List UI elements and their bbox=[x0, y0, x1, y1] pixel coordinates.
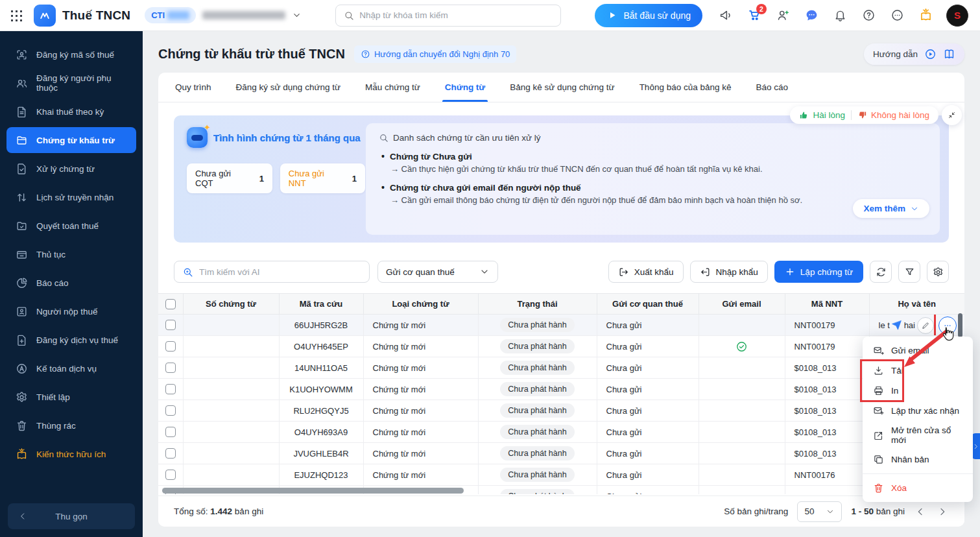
sidebar-collapse-button[interactable]: Thu gọn bbox=[8, 503, 135, 529]
table-row[interactable]: 66UJH5RG2BChứng từ mớiChưa phát hànhChưa… bbox=[158, 315, 964, 336]
page-range: 1 - 50 bản ghi bbox=[851, 507, 905, 516]
refresh-button[interactable] bbox=[870, 261, 892, 283]
sidebar-item-label: Thùng rác bbox=[36, 421, 76, 431]
edit-row-button[interactable] bbox=[917, 317, 934, 334]
app-grid-icon[interactable] bbox=[10, 10, 22, 21]
row-checkbox[interactable] bbox=[165, 470, 176, 480]
company-badge: CTI bbox=[145, 7, 196, 23]
export-button[interactable]: Xuất khẩu bbox=[608, 261, 684, 283]
table-row[interactable]: O4UYH645EPChứng từ mớiChưa phát hànhChưa… bbox=[158, 336, 964, 357]
sidebar-item[interactable]: Đăng ký người phụ thuộc bbox=[0, 69, 143, 97]
sidebar-item[interactable]: Quyết toán thuế bbox=[0, 211, 143, 240]
tab[interactable]: Mẫu chứng từ bbox=[365, 73, 420, 102]
menu-item-external[interactable]: Mở trên cửa sổ mới bbox=[863, 421, 973, 449]
row-checkbox[interactable] bbox=[165, 427, 176, 437]
sidebar-item[interactable]: Thiết lập bbox=[0, 383, 143, 411]
menu-item-mailSend[interactable]: Gửi email bbox=[863, 340, 973, 361]
ai-search-input[interactable] bbox=[199, 267, 361, 277]
prev-page-button[interactable] bbox=[914, 505, 927, 518]
help-icon[interactable] bbox=[855, 3, 881, 29]
send-icon[interactable] bbox=[891, 320, 902, 331]
table-row[interactable]: 14UNH11OA5Chứng từ mớiChưa phát hànhChưa… bbox=[158, 357, 964, 379]
printer-icon bbox=[873, 385, 884, 396]
ai-search-box[interactable] bbox=[174, 261, 370, 283]
sidebar-item[interactable]: Người nộp thuế bbox=[0, 297, 143, 326]
menu-item-dup[interactable]: Nhân bản bbox=[863, 449, 973, 470]
cart-icon[interactable]: 2 bbox=[741, 3, 767, 29]
sidebar-item[interactable]: Khai thuế theo kỳ bbox=[0, 97, 143, 126]
main-content: Chứng từ khấu trừ thuế TNCN Hướng dẫn ch… bbox=[143, 31, 980, 537]
row-checkbox[interactable] bbox=[165, 384, 176, 394]
user-avatar[interactable]: S bbox=[946, 5, 968, 27]
start-using-button[interactable]: Bắt đầu sử dụng bbox=[595, 4, 702, 27]
row-more-button[interactable] bbox=[938, 316, 957, 335]
not-satisfied-button[interactable]: Không hài lòng bbox=[857, 110, 929, 120]
table-settings-button[interactable] bbox=[927, 261, 949, 283]
sidebar-item[interactable]: Kế toán dịch vụ bbox=[0, 354, 143, 383]
decree-guide-link[interactable]: Hướng dẫn chuyển đổi Nghị định 70 bbox=[354, 45, 516, 63]
export-icon bbox=[618, 267, 629, 278]
more-options-icon[interactable] bbox=[884, 3, 910, 29]
tab[interactable]: Bảng kê sử dụng chứng từ bbox=[510, 73, 614, 102]
chat-icon[interactable] bbox=[798, 3, 824, 29]
tab[interactable]: Đăng ký sử dụng chứng từ bbox=[236, 73, 341, 102]
add-user-icon[interactable] bbox=[770, 3, 796, 29]
send-tax-authority-dropdown[interactable]: Gửi cơ quan thuế bbox=[377, 261, 498, 283]
sidebar-item[interactable]: Thùng rác bbox=[0, 411, 143, 440]
see-more-button[interactable]: Xem thêm bbox=[853, 199, 929, 218]
next-page-button[interactable] bbox=[936, 505, 949, 518]
per-page-select[interactable]: 50 bbox=[797, 501, 842, 522]
sidebar-item[interactable]: Thủ tục bbox=[0, 240, 143, 268]
cell-gui-email bbox=[699, 422, 785, 443]
content-card: Quy trìnhĐăng ký sử dụng chứng từMẫu chứ… bbox=[158, 73, 964, 527]
announcement-icon[interactable] bbox=[713, 3, 739, 29]
row-checkbox[interactable] bbox=[165, 341, 176, 352]
menu-item-mailPlus[interactable]: Lập thư xác nhận bbox=[863, 401, 973, 421]
doc-guide-icon[interactable] bbox=[943, 48, 955, 60]
menu-item-download[interactable]: Tải bbox=[863, 361, 973, 381]
app-logo-icon[interactable] bbox=[34, 5, 56, 27]
sidebar-item[interactable]: Lịch sử truyền nhận bbox=[0, 183, 143, 211]
notification-bell-icon[interactable] bbox=[827, 3, 853, 29]
table-row[interactable]: JVUGHLEB4RChứng từ mớiChưa phát hànhChưa… bbox=[158, 443, 964, 464]
company-selector[interactable]: CTI bbox=[145, 7, 302, 23]
table-row[interactable]: O4UYH693A9Chứng từ mớiChưa phát hànhChưa… bbox=[158, 422, 964, 443]
row-checkbox[interactable] bbox=[165, 405, 176, 416]
sidebar-item[interactable]: Xử lý chứng từ bbox=[0, 154, 143, 183]
chip-not-sent-cqt[interactable]: Chưa gửi CQT 1 bbox=[187, 163, 272, 193]
tab[interactable]: Báo cáo bbox=[756, 73, 789, 102]
create-document-button[interactable]: Lập chứng từ bbox=[774, 261, 863, 283]
tab[interactable]: Quy trình bbox=[175, 73, 211, 102]
sidebar-item[interactable]: Đăng ký mã số thuế bbox=[0, 40, 143, 69]
filter-button[interactable] bbox=[898, 261, 920, 283]
menu-item-printer[interactable]: In bbox=[863, 381, 973, 401]
panel-collapse-button[interactable] bbox=[942, 105, 962, 125]
row-checkbox[interactable] bbox=[165, 448, 176, 459]
video-guide-icon[interactable] bbox=[924, 48, 937, 60]
menu-item-delete[interactable]: Xóa bbox=[863, 478, 973, 498]
knowledge-icon[interactable] bbox=[913, 3, 938, 29]
cell-trang-thai: Chưa phát hành bbox=[478, 336, 597, 357]
sidebar-item[interactable]: Đăng ký dịch vụ thuế bbox=[0, 326, 143, 354]
sidebar-item[interactable]: Kiến thức hữu ích bbox=[0, 440, 143, 468]
sidebar-item[interactable]: Chứng từ khấu trừ bbox=[6, 127, 136, 153]
tab[interactable]: Thông báo của bảng kê bbox=[639, 73, 732, 102]
global-search-input[interactable] bbox=[359, 10, 553, 20]
vertical-scrollbar[interactable] bbox=[958, 313, 962, 337]
guide-button[interactable]: Hướng dẫn bbox=[864, 43, 964, 65]
import-button[interactable]: Nhập khẩu bbox=[690, 261, 768, 283]
sidebar-item[interactable]: Báo cáo bbox=[0, 268, 143, 297]
cell-gui-email bbox=[699, 486, 785, 495]
chip-not-sent-nnt[interactable]: Chưa gửi NNT 1 bbox=[280, 163, 365, 193]
row-checkbox[interactable] bbox=[165, 320, 176, 330]
select-all-checkbox[interactable] bbox=[165, 299, 176, 309]
tab[interactable]: Chứng từ bbox=[445, 73, 485, 102]
horizontal-scrollbar[interactable] bbox=[162, 488, 464, 494]
global-search[interactable] bbox=[335, 5, 561, 27]
satisfied-button[interactable]: Hài lòng bbox=[799, 110, 845, 120]
table-row[interactable]: K1UOHYOWMMChứng từ mớiChưa phát hànhChưa… bbox=[158, 379, 964, 400]
cell-loai-chung-tu: Chứng từ mới bbox=[363, 315, 478, 336]
table-row[interactable]: EJUZHQD123Chứng từ mớiChưa phát hànhChưa… bbox=[158, 464, 964, 486]
table-row[interactable]: RLU2HGQYJ5Chứng từ mớiChưa phát hànhChưa… bbox=[158, 400, 964, 422]
row-checkbox[interactable] bbox=[165, 363, 176, 373]
